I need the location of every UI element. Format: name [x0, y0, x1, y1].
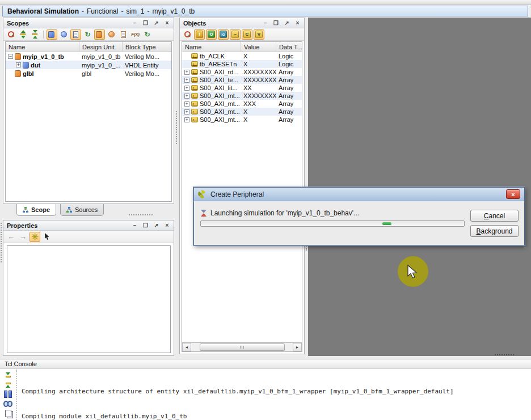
- object-name: S00_AXI_rd...: [200, 69, 239, 75]
- search-button[interactable]: [182, 29, 193, 40]
- filter-internal-signals-button[interactable]: ~: [230, 29, 241, 40]
- horizontal-scrollbar[interactable]: ◄ ►: [182, 342, 302, 351]
- tab-sources[interactable]: Sources: [60, 204, 104, 216]
- select-pointer-button[interactable]: [41, 232, 52, 242]
- column-header-block-type[interactable]: Block Type: [123, 42, 171, 52]
- splitter-handle[interactable]: [176, 111, 177, 144]
- splitter-handle[interactable]: [129, 214, 153, 215]
- copy-button[interactable]: [3, 410, 12, 417]
- close-icon[interactable]: ×: [294, 20, 301, 26]
- expand-expander-icon[interactable]: +: [184, 101, 189, 107]
- expand-all-button[interactable]: [18, 29, 28, 40]
- hourglass-icon: [201, 209, 206, 217]
- dialog-title: Create Peripheral: [210, 190, 264, 198]
- filter-constants-button[interactable]: C: [242, 29, 252, 40]
- column-header-name[interactable]: Name: [182, 42, 241, 52]
- progress-bar: [200, 220, 465, 227]
- expand-expander-icon[interactable]: +: [184, 109, 189, 114]
- collapse-all-button[interactable]: [3, 371, 12, 379]
- expand-expander-icon[interactable]: +: [184, 94, 189, 99]
- tab-scope[interactable]: Scope: [16, 204, 56, 216]
- table-row[interactable]: +S00_AXI_mt... X Array: [182, 116, 302, 124]
- table-row[interactable]: +S00_AXI_mt... XXXXXXXX... Array: [182, 92, 302, 100]
- maximize-icon[interactable]: ❒: [142, 20, 149, 26]
- table-row[interactable]: tb_ARESETn X Logic: [182, 60, 302, 68]
- expand-expander-icon[interactable]: +: [184, 70, 189, 75]
- cancel-button[interactable]: Cancel: [470, 210, 519, 222]
- scroll-right-button[interactable]: ►: [293, 343, 302, 351]
- dialog-close-button[interactable]: ×: [506, 189, 520, 199]
- logic-signal-icon: [191, 61, 198, 67]
- column-header-value[interactable]: Value: [241, 42, 276, 52]
- expand-expander-icon[interactable]: +: [184, 86, 189, 91]
- minimize-icon[interactable]: –: [262, 20, 268, 26]
- relaunch-setup-button[interactable]: ↻: [142, 29, 153, 40]
- table-row[interactable]: +S00_AXI_mt... XXX Array: [182, 100, 302, 108]
- relaunch-button[interactable]: ↻: [82, 29, 93, 40]
- relaunch-setup-icon: ↻: [144, 31, 150, 38]
- splitter-handle[interactable]: [495, 354, 514, 355]
- table-row[interactable]: +dut myip_v1_0_... VHDL Entity: [6, 61, 171, 69]
- scope-name: myip_v1_0_tb: [23, 53, 64, 60]
- show-packages-button[interactable]: [106, 29, 117, 40]
- minimize-icon[interactable]: –: [132, 20, 138, 26]
- column-header-name[interactable]: Name: [6, 42, 79, 52]
- object-data-type: Array: [276, 100, 302, 108]
- scope-block-type: Verilog Mo...: [123, 52, 171, 61]
- float-icon[interactable]: ↗: [153, 20, 159, 26]
- show-functions-button[interactable]: F(x): [130, 29, 141, 40]
- table-row[interactable]: +S00_AXI_te... XXXXXXXX... Array: [182, 76, 302, 84]
- scrollbar-track[interactable]: [191, 343, 293, 351]
- show-processes-button[interactable]: [94, 29, 105, 40]
- pause-output-button[interactable]: [3, 391, 12, 398]
- filter-variables-button[interactable]: V: [254, 29, 264, 40]
- table-row[interactable]: glbl glbl Verilog Mo...: [6, 69, 171, 78]
- collapse-all-button[interactable]: [30, 29, 40, 40]
- input-ports-icon: I: [196, 31, 203, 38]
- show-vhdl-entities-button[interactable]: [58, 29, 69, 40]
- show-verilog-modules-button[interactable]: [47, 29, 57, 40]
- back-button[interactable]: ←: [6, 232, 16, 242]
- splitter-handle[interactable]: [1, 223, 2, 262]
- scroll-left-button[interactable]: ◄: [182, 343, 191, 351]
- search-button[interactable]: [6, 29, 16, 40]
- autoload-properties-button[interactable]: ✳: [30, 232, 40, 242]
- filter-outputs-button[interactable]: O: [206, 29, 217, 40]
- constants-icon: C: [243, 31, 251, 38]
- find-button[interactable]: [3, 400, 12, 408]
- table-row[interactable]: tb_ACLK X Logic: [182, 52, 302, 60]
- expand-expander-icon[interactable]: +: [16, 62, 21, 67]
- filter-inouts-button[interactable]: IO: [218, 29, 229, 40]
- scrollbar-thumb[interactable]: [200, 343, 285, 351]
- minimize-icon[interactable]: –: [132, 222, 138, 228]
- console-line: Compiling module xil_defaultlib.myip_v1_…: [22, 413, 531, 420]
- float-icon[interactable]: ↗: [153, 222, 159, 228]
- show-tasks-button[interactable]: [118, 29, 129, 40]
- float-icon[interactable]: ↗: [284, 20, 290, 26]
- block-icon: [73, 31, 78, 38]
- table-row[interactable]: −myip_v1_0_tb myip_v1_0_tb Verilog Mo...: [6, 52, 171, 61]
- object-data-type: Array: [276, 116, 302, 124]
- close-icon[interactable]: ×: [164, 20, 170, 26]
- breadcrumb-separator: -: [121, 7, 123, 15]
- filter-inputs-button[interactable]: I: [194, 29, 205, 40]
- expand-expander-icon[interactable]: +: [184, 117, 189, 122]
- expand-all-button[interactable]: [3, 381, 12, 388]
- table-row[interactable]: +S00_AXI_mt... X Array: [182, 108, 302, 116]
- column-header-data-type[interactable]: Data T...: [276, 42, 302, 52]
- object-name: tb_ARESETn: [200, 61, 237, 67]
- object-value: XXXXXXXX...: [241, 76, 276, 84]
- maximize-icon[interactable]: ❒: [273, 20, 279, 26]
- background-button[interactable]: Background: [470, 225, 519, 237]
- show-blocks-button[interactable]: [70, 29, 81, 40]
- maximize-icon[interactable]: ❒: [142, 222, 149, 228]
- close-icon[interactable]: ×: [164, 222, 170, 228]
- tcl-console-log[interactable]: Compiling architecture structure of enti…: [17, 370, 531, 420]
- table-row[interactable]: +S00_AXI_rd... XXXXXXXX... Array: [182, 68, 302, 76]
- table-row[interactable]: +S00_AXI_lit... XX Array: [182, 84, 302, 92]
- forward-button[interactable]: →: [18, 232, 28, 242]
- column-header-design-unit[interactable]: Design Unit: [79, 42, 123, 52]
- collapse-expander-icon[interactable]: −: [8, 54, 13, 59]
- expand-expander-icon[interactable]: +: [184, 78, 189, 83]
- dialog-titlebar[interactable]: Create Peripheral ×: [194, 188, 524, 201]
